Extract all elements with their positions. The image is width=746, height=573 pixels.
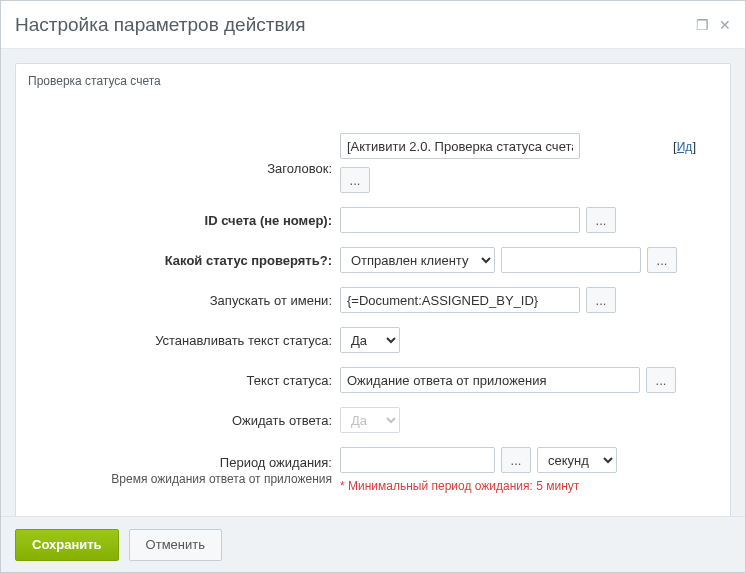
status-dots-button[interactable]: ... [647, 247, 677, 273]
form-table: Заголовок: [Ид] ... [46, 126, 700, 500]
run-as-dots-button[interactable]: ... [586, 287, 616, 313]
cancel-button[interactable]: Отменить [129, 529, 222, 561]
panel-title: Проверка статуса счета [16, 64, 730, 96]
label-status-text: Текст статуса: [46, 360, 336, 400]
status-text-dots-button[interactable]: ... [646, 367, 676, 393]
label-which-status: Какой статус проверять?: [46, 240, 336, 280]
set-status-text-select[interactable]: Да [340, 327, 400, 353]
status-extra-input[interactable] [501, 247, 641, 273]
save-button[interactable]: Сохранить [15, 529, 119, 561]
wait-period-dots-button[interactable]: ... [501, 447, 531, 473]
wait-period-input[interactable] [340, 447, 495, 473]
label-run-as: Запускать от имени: [46, 280, 336, 320]
label-set-status-text: Устанавливать текст статуса: [46, 320, 336, 360]
dialog-window: Настройка параметров действия ❐ ✕ Провер… [0, 0, 746, 573]
label-wait-answer: Ожидать ответа: [46, 400, 336, 440]
row-run-as: Запускать от имени: ... [46, 280, 700, 320]
row-wait-period: Период ожидания: Время ожидания ответа о… [46, 440, 700, 500]
label-wait-period: Период ожидания: Время ожидания ответа о… [46, 440, 336, 500]
account-id-dots-button[interactable]: ... [586, 207, 616, 233]
label-wait-period-main: Период ожидания: [220, 455, 332, 470]
status-select[interactable]: Отправлен клиенту [340, 247, 495, 273]
row-which-status: Какой статус проверять?: Отправлен клиен… [46, 240, 700, 280]
panel-body: Заголовок: [Ид] ... [16, 96, 730, 516]
wait-answer-select: Да [340, 407, 400, 433]
close-icon[interactable]: ✕ [719, 18, 731, 32]
row-status-text: Текст статуса: ... [46, 360, 700, 400]
dialog-header: Настройка параметров действия ❐ ✕ [1, 1, 745, 49]
wait-period-note: * Минимальный период ожидания: 5 минут [340, 479, 696, 493]
status-text-input[interactable] [340, 367, 640, 393]
dialog-title: Настройка параметров действия [15, 14, 305, 36]
label-title: Заголовок: [46, 126, 336, 200]
row-title: Заголовок: [Ид] ... [46, 126, 700, 200]
maximize-icon[interactable]: ❐ [696, 18, 709, 32]
row-set-status-text: Устанавливать текст статуса: Да [46, 320, 700, 360]
account-id-input[interactable] [340, 207, 580, 233]
title-dots-button[interactable]: ... [340, 167, 370, 193]
label-account-id: ID счета (не номер): [46, 200, 336, 240]
dialog-footer: Сохранить Отменить [1, 516, 745, 572]
title-input[interactable] [340, 133, 580, 159]
row-account-id: ID счета (не номер): ... [46, 200, 700, 240]
panel: Проверка статуса счета Заголовок: [Ид] [15, 63, 731, 516]
label-wait-period-sub: Время ожидания ответа от приложения [50, 472, 332, 486]
wait-unit-select[interactable]: секунд [537, 447, 617, 473]
dialog-window-controls: ❐ ✕ [696, 18, 731, 32]
row-wait-answer: Ожидать ответа: Да [46, 400, 700, 440]
dialog-body: Проверка статуса счета Заголовок: [Ид] [1, 49, 745, 516]
run-as-input[interactable] [340, 287, 580, 313]
id-mode-link[interactable]: Ид [677, 140, 693, 154]
